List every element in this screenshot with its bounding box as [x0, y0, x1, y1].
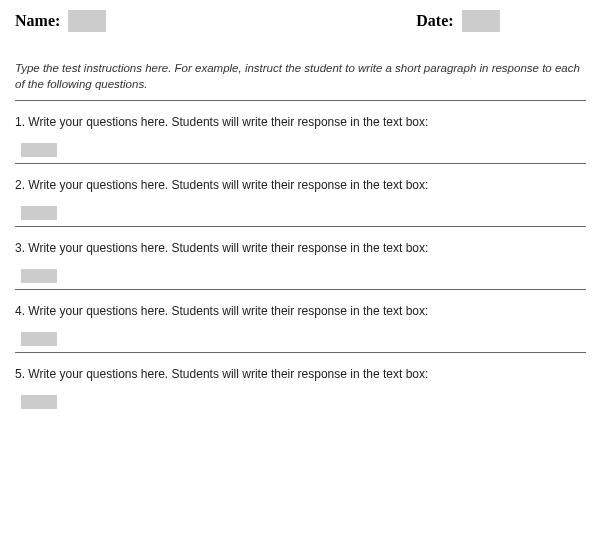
answer-input[interactable]: [21, 332, 57, 346]
question-block: 5. Write your questions here. Students w…: [15, 353, 586, 409]
name-input[interactable]: [68, 10, 106, 32]
answer-input[interactable]: [21, 143, 57, 157]
question-prompt: 1. Write your questions here. Students w…: [15, 115, 586, 129]
question-block: 4. Write your questions here. Students w…: [15, 290, 586, 353]
test-instructions: Type the test instructions here. For exa…: [15, 60, 586, 92]
question-prompt: 5. Write your questions here. Students w…: [15, 367, 586, 381]
date-group: Date:: [416, 10, 499, 32]
date-input[interactable]: [462, 10, 500, 32]
question-prompt: 2. Write your questions here. Students w…: [15, 178, 586, 192]
question-block: 2. Write your questions here. Students w…: [15, 164, 586, 227]
answer-input[interactable]: [21, 269, 57, 283]
answer-input[interactable]: [21, 206, 57, 220]
question-prompt: 3. Write your questions here. Students w…: [15, 241, 586, 255]
header-row: Name: Date:: [15, 10, 586, 32]
answer-input[interactable]: [21, 395, 57, 409]
date-label: Date:: [416, 12, 453, 30]
name-group: Name:: [15, 10, 106, 32]
question-block: 1. Write your questions here. Students w…: [15, 101, 586, 164]
name-label: Name:: [15, 12, 60, 30]
question-prompt: 4. Write your questions here. Students w…: [15, 304, 586, 318]
question-block: 3. Write your questions here. Students w…: [15, 227, 586, 290]
